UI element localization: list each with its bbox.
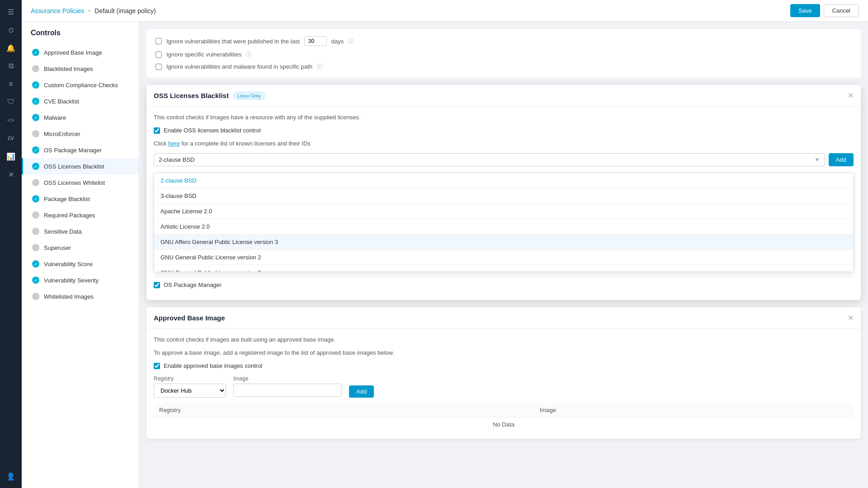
link-here[interactable]: here <box>168 140 180 147</box>
control-label: OSS Licenses Blacklist <box>44 163 104 170</box>
control-label: CVE Blacklist <box>44 98 79 105</box>
control-item-required-packages[interactable]: Required Packages <box>22 207 139 223</box>
approved-add-button[interactable]: Add <box>349 385 374 398</box>
control-label: Superuser <box>44 244 71 251</box>
control-item-malware[interactable]: ✓ Malware <box>22 109 139 126</box>
table-header-image: Image <box>534 403 854 418</box>
filter-days-input[interactable] <box>304 36 327 46</box>
control-label: Malware <box>44 114 66 121</box>
settings-icon[interactable]: ✕ <box>3 166 19 183</box>
info-icon-1[interactable]: ⓘ <box>348 38 354 45</box>
image-input[interactable] <box>233 384 342 397</box>
shield-icon[interactable]: 🛡 <box>3 94 19 110</box>
control-item-oss-licenses-whitelist[interactable]: OSS Licenses Whitelist <box>22 174 139 191</box>
breadcrumb-current: Default (image policy) <box>94 7 156 14</box>
approved-enable-checkbox[interactable] <box>154 363 160 369</box>
image-form-group: Image <box>233 375 342 398</box>
control-item-oss-licenses-blacklist[interactable]: ✓ OSS Licenses Blacklist <box>22 158 139 174</box>
approved-modal-header: Approved Base Image ✕ <box>146 307 861 329</box>
filter-days-label: days <box>331 38 344 45</box>
control-label: Package Blacklist <box>44 196 90 202</box>
license-select-value: 2-clause BSD <box>159 156 194 163</box>
check-icon: ✓ <box>32 163 39 170</box>
os-package-row: OS Package Manager <box>154 277 854 293</box>
link-text-before: Click <box>154 140 166 147</box>
info-icon-2[interactable]: ⓘ <box>246 51 251 58</box>
control-label: OSS Licenses Whitelist <box>44 179 105 186</box>
dropdown-item-3[interactable]: Apache License 2.0 <box>154 204 853 219</box>
control-item-custom-compliance[interactable]: ✓ Custom Compliance Checks <box>22 77 139 93</box>
dropdown-item-7[interactable]: GNU General Public License version 3 <box>154 265 853 272</box>
breadcrumb-link[interactable]: Assurance Policies <box>31 7 84 14</box>
check-icon: ✓ <box>32 81 39 89</box>
control-label: OS Package Manager <box>44 147 102 154</box>
oss-modal-description: This control checks if images have a res… <box>154 114 854 121</box>
control-label: Approved Base Image <box>44 49 102 56</box>
check-icon: ✓ <box>32 260 39 267</box>
control-item-package-blacklist[interactable]: ✓ Package Blacklist <box>22 191 139 207</box>
control-item-microenforcer[interactable]: MicroEnforcer <box>22 126 139 142</box>
oss-modal-title: OSS Licenses Blacklist <box>154 92 229 99</box>
control-label: Custom Compliance Checks <box>44 82 118 89</box>
code-icon[interactable]: </> <box>3 112 19 128</box>
oss-add-button[interactable]: Add <box>829 153 854 166</box>
control-item-blacklisted-images[interactable]: Blacklisted Images <box>22 61 139 77</box>
oss-link-row: Click here for a complete list of known … <box>154 140 854 147</box>
layers-icon[interactable]: ⧉ <box>3 58 19 74</box>
oss-enable-checkbox[interactable] <box>154 127 160 134</box>
control-item-os-package-manager[interactable]: ✓ OS Package Manager <box>22 142 139 158</box>
oss-modal-close-button[interactable]: ✕ <box>848 91 854 100</box>
table-header-registry: Registry <box>154 403 534 418</box>
control-item-approved-base-image[interactable]: ✓ Approved Base Image <box>22 44 139 61</box>
registry-select[interactable]: Docker Hub <box>154 384 226 398</box>
menu-icon[interactable]: ☰ <box>3 4 19 20</box>
oss-dropdown-list: 2-clause BSD 3-clause BSD Apache License… <box>154 173 854 272</box>
check-icon: ✓ <box>32 49 39 56</box>
oss-modal: OSS Licenses Blacklist Linux Only ✕ This… <box>146 85 861 300</box>
control-item-vulnerability-score[interactable]: ✓ Vulnerability Score <box>22 256 139 272</box>
registry-form-group: Registry Docker Hub <box>154 375 226 398</box>
control-item-cve-blacklist[interactable]: ✓ CVE Blacklist <box>22 93 139 109</box>
control-item-superuser[interactable]: Superuser <box>22 239 139 256</box>
dropdown-item-6[interactable]: GNU General Public License version 2 <box>154 250 853 265</box>
image-label: Image <box>233 375 342 382</box>
approved-modal-close-button[interactable]: ✕ <box>848 314 854 322</box>
sidebar: ☰ ⊙ 🔔 ⧉ ≡ 🛡 </> CV 📊 ✕ 👤 <box>0 0 22 488</box>
oss-modal-title-row: OSS Licenses Blacklist Linux Only <box>154 92 265 100</box>
list-icon[interactable]: ≡ <box>3 76 19 92</box>
oss-modal-header: OSS Licenses Blacklist Linux Only ✕ <box>146 85 861 107</box>
filter-checkbox-2[interactable] <box>156 52 162 58</box>
dropdown-item-5[interactable]: GNU Affero General Public License versio… <box>154 235 853 250</box>
info-icon-3[interactable]: ⓘ <box>317 63 322 70</box>
user-icon[interactable]: 👤 <box>3 468 19 484</box>
check-icon: ✓ <box>32 146 39 154</box>
chart-icon[interactable]: 📊 <box>3 148 19 164</box>
save-button[interactable]: Save <box>790 4 820 17</box>
filter-label-3: Ignore vulnerabilities and malware found… <box>166 63 312 70</box>
filter-checkbox-1[interactable] <box>156 38 162 44</box>
home-icon[interactable]: ⊙ <box>3 22 19 38</box>
bell-icon[interactable]: 🔔 <box>3 40 19 56</box>
dropdown-item-4[interactable]: Artistic License 2.0 <box>154 219 853 235</box>
cancel-button[interactable]: Cancel <box>824 4 859 17</box>
control-item-sensitive-data[interactable]: Sensitive Data <box>22 223 139 239</box>
license-select[interactable]: 2-clause BSD ▼ <box>154 153 825 166</box>
content-area: Ignore vulnerabilities that were publish… <box>139 22 868 488</box>
main-content: Assurance Policies > Default (image poli… <box>22 0 868 488</box>
control-item-whitelisted-images[interactable]: Whitelisted Images <box>22 288 139 305</box>
cvs-icon[interactable]: CV <box>3 130 19 146</box>
approved-enable-row: Enable approved base images control <box>154 362 854 369</box>
dropdown-item-2[interactable]: 3-clause BSD <box>154 188 853 204</box>
control-item-vulnerability-severity[interactable]: ✓ Vulnerability Severity <box>22 272 139 288</box>
dot-icon <box>32 130 39 137</box>
approved-modal-title-row: Approved Base Image <box>154 314 225 322</box>
chevron-down-icon: ▼ <box>814 156 820 163</box>
table-no-data-row: No Data <box>154 418 854 432</box>
body-layout: Controls ✓ Approved Base Image Blacklist… <box>22 22 868 488</box>
os-package-checkbox[interactable] <box>154 282 160 288</box>
dropdown-item-1[interactable]: 2-clause BSD <box>154 173 853 188</box>
approved-form-row: Registry Docker Hub Image Add <box>154 375 854 398</box>
check-icon: ✓ <box>32 195 39 202</box>
filter-checkbox-3[interactable] <box>156 64 162 70</box>
control-label: Required Packages <box>44 212 95 219</box>
